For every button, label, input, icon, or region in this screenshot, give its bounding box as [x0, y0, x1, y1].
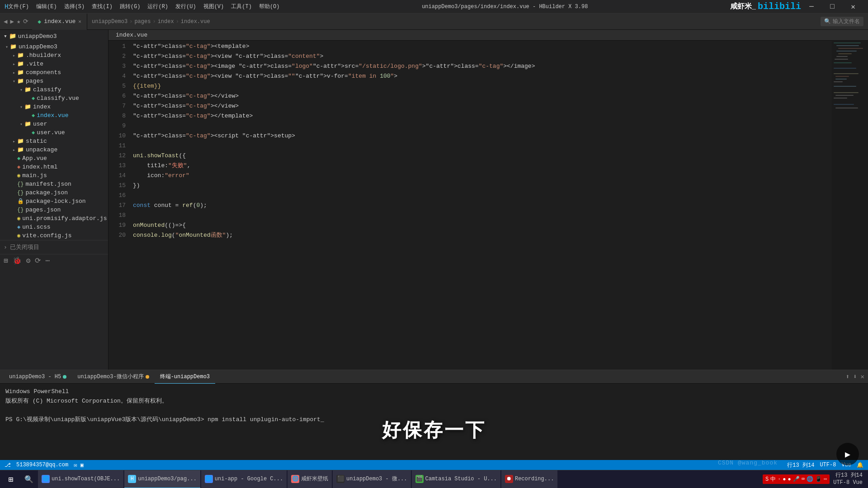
tab-close-icon[interactable]: ✕: [78, 19, 81, 24]
sidebar-tree-item[interactable]: {}pages.json: [0, 206, 108, 214]
taskbar-app-4[interactable]: 🌐 咸虾米壁纸: [288, 470, 332, 488]
taskbar-start-button[interactable]: ⊞: [2, 470, 20, 488]
terminal-line: PS G:\视频录制\uniapp新版\uniappVue3版本\源代码\uni…: [5, 415, 863, 425]
app-label-5: uniappDemo3 - 微...: [346, 475, 407, 483]
terminal-expand-icon[interactable]: ⬆: [846, 373, 849, 380]
tab-back-button[interactable]: ◀: [3, 17, 8, 26]
sidebar-tree-item[interactable]: ◉vite.config.js: [0, 231, 108, 240]
editor-filename: index.vue: [116, 32, 147, 38]
app-icon-5: ⬛: [336, 475, 344, 483]
sidebar-tree-item[interactable]: ◆classify.vue: [0, 94, 108, 103]
taskbar-search-button[interactable]: 🔍: [20, 470, 38, 488]
line-number: 7: [108, 101, 126, 111]
sidebar-project-header: ▾ 📁 uniappDemo3: [0, 30, 108, 42]
menu-file[interactable]: 文件(F): [8, 3, 29, 10]
line-number: 16: [108, 191, 126, 201]
ime-indicator[interactable]: S 中 · ● ● 🎤 ⌨ 🌐 📱 ⋯: [763, 474, 830, 484]
breadcrumb-part-4[interactable]: index.vue: [181, 19, 210, 25]
menu-edit[interactable]: 编辑(E): [36, 3, 57, 10]
menu-publish[interactable]: 发行(U): [175, 3, 196, 10]
sidebar-tree-item[interactable]: ▾📁uniappDemo3: [0, 42, 108, 51]
tab-forward-button[interactable]: ▶: [9, 17, 14, 26]
sidebar-icon-1[interactable]: ⊞: [4, 256, 8, 265]
tree-arrow-icon: ▸: [11, 70, 17, 75]
tab-history-button[interactable]: ⟳: [22, 17, 29, 26]
sidebar-project-arrow[interactable]: ▾: [4, 33, 7, 40]
tab-index-vue[interactable]: ◆ index.vue ✕: [32, 14, 87, 30]
menu-goto[interactable]: 跳转(G): [120, 3, 141, 10]
file-search-box[interactable]: 🔍 输入文件名: [821, 17, 863, 26]
clock-time: 行13 列14: [833, 472, 863, 479]
taskbar-app-1[interactable]: 🌐 uni.showToast(OBJE...: [38, 470, 123, 488]
line-number: 15: [108, 181, 126, 191]
sidebar-tree-item[interactable]: {}package.json: [0, 188, 108, 197]
taskbar-app-7[interactable]: ⏺ Recording...: [501, 470, 557, 488]
sidebar-icon-2[interactable]: 🐞: [13, 256, 22, 265]
minimize-button[interactable]: ─: [801, 0, 822, 14]
app-label-1: uni.showToast(OBJE...: [52, 476, 120, 482]
code-area[interactable]: "c-attr">class="c-tag"><template> "c-att…: [131, 41, 832, 370]
terminal-tab-wechat[interactable]: uniappDemo3-微信小程序: [72, 370, 154, 384]
line-number: 19: [108, 221, 126, 230]
menu-find[interactable]: 查找(I): [92, 3, 113, 10]
editor-area: index.vue 123456789101112131415161718192…: [108, 30, 868, 370]
tree-file-icon: ◉: [17, 172, 20, 179]
bilibili-user: 咸虾米_: [730, 2, 756, 11]
sidebar-tree-item[interactable]: ▸📁unpackage: [0, 145, 108, 154]
taskbar-app-3[interactable]: 🌐 uni-app - Google C...: [201, 470, 287, 488]
sidebar-tree-item[interactable]: ▸📁.vite: [0, 60, 108, 68]
svg-rect-6: [835, 59, 848, 60]
app-icon-1: 🌐: [42, 475, 50, 483]
sidebar-tree-item[interactable]: ◉uni.promisify.adaptor.js: [0, 214, 108, 223]
sidebar-tree-item[interactable]: ◆user.vue: [0, 128, 108, 137]
menu-run[interactable]: 运行(R): [147, 3, 168, 10]
tree-item-label: vite.config.js: [22, 232, 71, 239]
menu-view[interactable]: 视图(V): [203, 3, 224, 10]
status-left: ⎇ 513894357@qq.com ✉ ▣: [5, 462, 84, 469]
tree-file-icon: ◉: [17, 232, 20, 239]
code-line: "c-attr">class="c-tag"><image "c-attr">c…: [133, 61, 832, 71]
menu-tools[interactable]: 工具(T): [231, 3, 252, 10]
taskbar-app-5[interactable]: ⬛ uniappDemo3 - 微...: [333, 470, 410, 488]
sidebar-tree-item[interactable]: ◉main.js: [0, 171, 108, 180]
breadcrumb-part-3[interactable]: index: [158, 19, 174, 25]
line-number: 13: [108, 161, 126, 171]
bottom-tabs: uniappDemo3 - H5 uniappDemo3-微信小程序 终端-un…: [0, 370, 868, 384]
terminal-close-icon[interactable]: ✕: [861, 373, 864, 380]
breadcrumb-part-2[interactable]: pages: [134, 19, 151, 25]
notification-bell-icon[interactable]: 🔔: [857, 462, 863, 469]
terminal-tab-h5[interactable]: uniappDemo3 - H5: [4, 370, 72, 384]
sidebar-tree-item[interactable]: ▸📁.hbuilderx: [0, 51, 108, 60]
sidebar-closed-projects[interactable]: › 已关闭项目: [0, 240, 108, 254]
menu-help[interactable]: 帮助(O): [259, 3, 280, 10]
sidebar-tree-item[interactable]: 🔒package-lock.json: [0, 197, 108, 206]
sidebar-tree-item[interactable]: ▾📁classify: [0, 85, 108, 94]
svg-rect-11: [835, 79, 847, 80]
close-button[interactable]: ✕: [843, 0, 863, 14]
tab-home-button[interactable]: ★: [16, 17, 21, 26]
app-label-3: uni-app - Google C...: [215, 476, 283, 482]
maximize-button[interactable]: □: [822, 0, 843, 14]
sidebar-tree-item[interactable]: ▸📁components: [0, 68, 108, 77]
sidebar-tree-item[interactable]: ▸📁static: [0, 137, 108, 145]
sidebar-tree-item[interactable]: ◈index.html: [0, 163, 108, 171]
sidebar-icon-3[interactable]: ⚙: [26, 256, 31, 265]
sidebar-tree-item[interactable]: ◈uni.scss: [0, 223, 108, 231]
terminal-shrink-icon[interactable]: ⬇: [853, 373, 857, 380]
taskbar-app-2[interactable]: H uniappDemo3/pag...: [124, 470, 200, 488]
sidebar-tree-item[interactable]: ▾📁index: [0, 103, 108, 111]
sidebar-tree-item[interactable]: ◆App.vue: [0, 154, 108, 163]
sidebar-tree-item[interactable]: ◆index.vue: [0, 111, 108, 120]
sidebar-tree-item[interactable]: {}manifest.json: [0, 180, 108, 188]
taskbar-app-6[interactable]: 🎬 Camtasia Studio - U...: [412, 470, 500, 488]
breadcrumb-part-1[interactable]: uniappDemo3: [92, 19, 127, 25]
video-button[interactable]: ▶: [836, 443, 859, 465]
sidebar-icon-4[interactable]: ⟳: [35, 256, 41, 265]
sidebar-tree-item[interactable]: ▾📁user: [0, 120, 108, 128]
sidebar-icon-5[interactable]: ⋯: [45, 256, 50, 265]
sidebar-tree-item[interactable]: ▾📁pages: [0, 77, 108, 85]
terminal-tab-main[interactable]: 终端-uniappDemo3: [155, 370, 215, 384]
tree-item-label: uni.promisify.adaptor.js: [22, 215, 107, 222]
search-icon: 🔍: [824, 18, 831, 25]
menu-select[interactable]: 选择(S): [64, 3, 85, 10]
